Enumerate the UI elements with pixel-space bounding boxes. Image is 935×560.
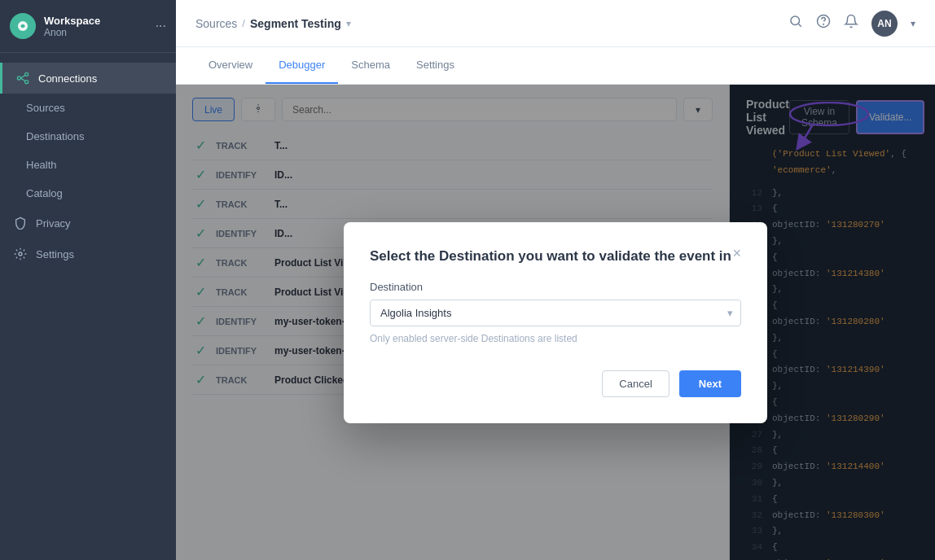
svg-point-10 [823,24,824,24]
app-logo[interactable] [10,13,36,39]
workspace-name: Workspace [44,15,147,27]
modal-footer: Cancel Next [370,370,741,397]
sidebar-item-sources[interactable]: Sources [0,94,176,122]
svg-point-6 [19,252,22,256]
privacy-icon [13,216,28,230]
settings-icon [13,247,28,261]
breadcrumb: Sources / Segment Testing ▾ [195,17,782,30]
cancel-button[interactable]: Cancel [602,370,669,397]
main-content: Sources / Segment Testing ▾ AN ▾ [176,0,935,560]
modal-close-button[interactable]: × [732,245,741,262]
sidebar-item-privacy[interactable]: Privacy [0,208,176,238]
breadcrumb-current: Segment Testing [250,17,341,30]
notifications-icon[interactable] [844,14,858,33]
breadcrumb-sources[interactable]: Sources [195,17,237,30]
connections-label: Connections [38,72,97,85]
svg-point-3 [25,81,29,84]
workspace-sub: Anon [44,27,147,38]
svg-line-8 [798,24,801,26]
content-area: Live ▾ ✓ TRACK T... [176,85,935,560]
topbar-icons: AN ▾ [788,11,915,37]
tab-settings[interactable]: Settings [403,47,468,84]
tab-schema[interactable]: Schema [338,47,403,84]
svg-line-5 [20,78,24,81]
health-label: Health [26,159,57,171]
avatar-dropdown-icon[interactable]: ▾ [911,18,915,29]
sidebar-item-connections[interactable]: Connections [0,63,176,94]
catalog-label: Catalog [26,187,63,199]
sidebar-brand: Workspace Anon [44,15,147,38]
svg-point-1 [17,77,20,80]
help-icon[interactable] [816,14,831,33]
breadcrumb-separator: / [242,17,245,29]
breadcrumb-dropdown-icon[interactable]: ▾ [346,18,351,29]
sidebar: Workspace Anon ··· Connections Sources D… [0,0,176,560]
sidebar-item-catalog[interactable]: Catalog [0,179,176,208]
tabs-bar: Overview Debugger Schema Settings [176,47,935,85]
search-icon[interactable] [788,14,803,33]
svg-point-2 [25,72,29,76]
tab-debugger[interactable]: Debugger [266,47,338,84]
topbar: Sources / Segment Testing ▾ AN ▾ [176,0,935,47]
modal-destination-label: Destination [370,281,741,293]
sidebar-item-settings[interactable]: Settings [0,238,176,269]
modal-select-wrapper: Algolia Insights Google Analytics Segmen… [370,300,741,326]
avatar[interactable]: AN [871,11,898,37]
svg-line-4 [20,76,24,78]
destination-select[interactable]: Algolia Insights Google Analytics Segmen… [370,300,741,326]
destinations-label: Destinations [26,130,85,142]
modal-overlay: Select the Destination you want to valid… [176,85,935,560]
modal-dialog: Select the Destination you want to valid… [344,222,767,423]
sidebar-menu-icon[interactable]: ··· [156,19,166,33]
settings-label: Settings [36,248,74,260]
sources-label: Sources [26,102,65,114]
sidebar-nav: Connections Sources Destinations Health … [0,53,176,279]
sidebar-item-destinations[interactable]: Destinations [0,122,176,151]
sidebar-header: Workspace Anon ··· [0,0,176,53]
tab-overview[interactable]: Overview [195,47,266,84]
modal-hint: Only enabled server-side Destinations ar… [370,333,741,344]
modal-title: Select the Destination you want to valid… [370,248,732,265]
connections-icon [15,71,30,85]
privacy-label: Privacy [36,217,71,230]
next-button[interactable]: Next [679,370,741,397]
svg-point-7 [791,16,800,25]
sidebar-item-health[interactable]: Health [0,151,176,179]
